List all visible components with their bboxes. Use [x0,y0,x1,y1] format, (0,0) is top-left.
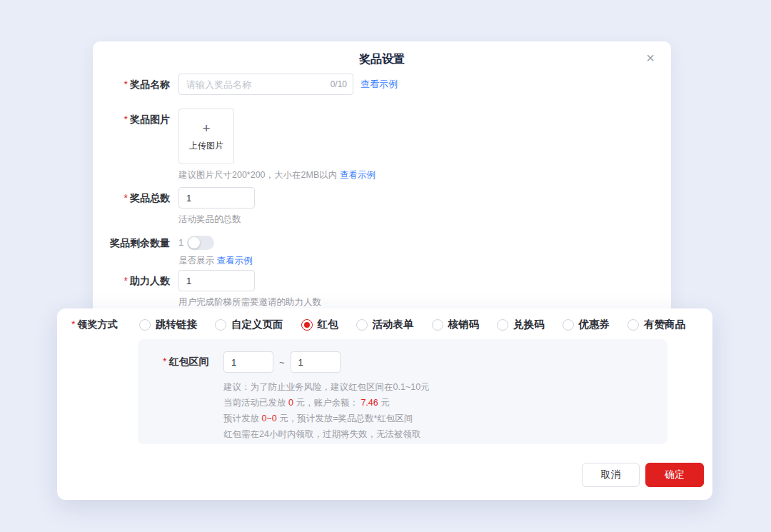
claim-method-label: *领奖方式 [71,318,139,331]
required-mark: * [124,192,128,204]
hint-suggestion: 建议：为了防止业务风险，建议红包区间在0.1~10元 [223,379,667,395]
required-mark: * [124,79,128,90]
red-packet-range-row: *红包区间 ~ [138,339,667,373]
char-counter: 0/10 [331,74,347,95]
radio-circle-icon [497,319,508,331]
prize-image-row: *奖品图片 + 上传图片 建议图片尺寸200*200，大小在2MB以内 查看示例 [93,109,671,181]
close-button[interactable]: × [641,49,660,67]
prize-total-hint: 活动奖品的总数 [178,214,241,225]
estimate-range: 0~0 [261,413,276,423]
account-balance: 7.46 [361,398,378,408]
toggle-knob [188,237,200,249]
required-mark: * [124,275,128,286]
claim-method-panel: *领奖方式 跳转链接 自定义页面 红包 活动表单 核销码 [57,308,712,500]
dialog-footer: 取消 确定 [582,463,704,487]
issued-amount: 0 [288,398,293,408]
hint-estimate: 预计发放 0~0 元，预计发放=奖品总数*红包区间 [223,411,667,426]
dialog-title: 奖品设置 [359,52,405,67]
radio-option-jump-link[interactable]: 跳转链接 [139,318,197,331]
hint-expiry: 红包需在24小时内领取，过期将失效，无法被领取 [223,426,667,442]
plus-icon: + [202,121,210,136]
radio-circle-icon [139,319,151,331]
required-mark: * [71,318,75,330]
prize-name-input[interactable] [178,74,353,95]
prize-name-label: *奖品名称 [93,74,178,95]
red-packet-min-input[interactable] [223,351,273,373]
prize-image-label: *奖品图片 [93,109,178,130]
red-packet-hints: 建议：为了防止业务风险，建议红包区间在0.1~10元 当前活动已发放 0 元，账… [223,379,667,442]
prize-total-input[interactable] [178,187,255,209]
prize-total-row: *奖品总数 活动奖品的总数 [93,187,671,225]
radio-option-custom-page[interactable]: 自定义页面 [215,318,283,331]
radio-circle-icon [432,319,443,331]
prize-remaining-value: 1 [178,236,183,250]
prize-remaining-hint: 是否展示 查看示例 [178,255,252,266]
upload-text: 上传图片 [189,140,223,152]
prize-image-example-link[interactable]: 查看示例 [340,170,376,180]
radio-option-redeem-code[interactable]: 兑换码 [497,318,545,331]
confirm-button[interactable]: 确定 [645,463,704,487]
radio-circle-icon [356,319,368,331]
prize-name-row: *奖品名称 0/10 查看示例 [93,74,671,95]
radio-circle-icon [628,319,639,331]
red-packet-range-label: *红包区间 [163,356,223,368]
hint-balance: 当前活动已发放 0 元，账户余额： 7.46 元 [223,395,667,411]
radio-option-verification-code[interactable]: 核销码 [432,318,480,331]
prize-remaining-example-link[interactable]: 查看示例 [216,256,252,266]
radio-option-coupon[interactable]: 优惠券 [563,318,610,331]
upload-image-button[interactable]: + 上传图片 [178,109,234,164]
prize-total-label: *奖品总数 [93,187,178,209]
radio-option-activity-form[interactable]: 活动表单 [356,318,414,331]
radio-option-youzan-goods[interactable]: 有赞商品 [628,318,685,331]
close-icon: × [646,50,655,66]
red-packet-config-box: *红包区间 ~ 建议：为了防止业务风险，建议红包区间在0.1~10元 当前活动已… [138,339,667,444]
prize-remaining-label: 奖品剩余数量 [93,236,178,250]
radio-option-red-packet[interactable]: 红包 [301,318,338,331]
helper-count-input[interactable] [178,270,255,291]
prize-image-hint: 建议图片尺寸200*200，大小在2MB以内 查看示例 [178,169,376,181]
claim-method-options: 跳转链接 自定义页面 红包 活动表单 核销码 兑换码 [139,318,685,331]
helper-count-label: *助力人数 [93,270,178,291]
radio-circle-icon [563,319,574,331]
dialog-header: 奖品设置 × [93,41,671,77]
helper-count-row: *助力人数 用户完成阶梯所需要邀请的助力人数 [93,270,671,308]
radio-circle-icon [301,319,313,331]
claim-method-row: *领奖方式 跳转链接 自定义页面 红包 活动表单 核销码 [71,318,685,331]
cancel-button[interactable]: 取消 [582,463,640,487]
required-mark: * [163,356,166,367]
red-packet-max-input[interactable] [291,351,341,373]
radio-circle-icon [215,319,226,331]
range-separator: ~ [279,357,285,368]
required-mark: * [124,114,128,125]
show-remaining-toggle[interactable] [187,236,214,250]
helper-count-hint: 用户完成阶梯所需要邀请的助力人数 [178,296,321,308]
prize-remaining-row: 奖品剩余数量 1 是否展示 查看示例 [93,236,671,266]
prize-name-example-link[interactable]: 查看示例 [361,74,398,95]
